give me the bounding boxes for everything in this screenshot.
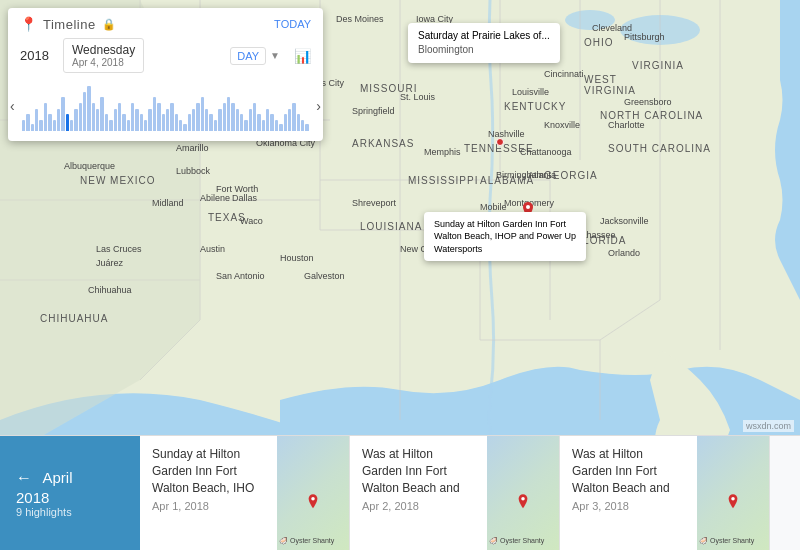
card-3-text: Was at Hilton Garden Inn Fort Walton Bea… [560,436,697,550]
card-3[interactable]: Was at Hilton Garden Inn Fort Walton Bea… [560,436,770,550]
bar-44[interactable] [214,120,217,131]
map-label-chattanooga: Chattanooga [520,147,572,157]
bar-53[interactable] [253,103,256,131]
bar-57[interactable] [270,114,273,131]
timeline-header: 📍 Timeline 🔒 TODAY [20,16,311,32]
bar-51[interactable] [244,120,247,131]
bar-32[interactable] [162,114,165,131]
bar-56[interactable] [266,109,269,132]
bar-7[interactable] [53,120,56,131]
map-label-atlanta: Atlanta [528,170,556,180]
bar-1[interactable] [26,114,29,131]
map-label-alabama: ALABAMA [480,175,534,186]
bar-34[interactable] [170,103,173,131]
svg-point-27 [521,497,525,501]
chart-toggle-icon[interactable]: 📊 [294,48,311,64]
timeline-controls: 2018 Wednesday Apr 4, 2018 DAY ▼ 📊 [20,38,311,73]
bar-54[interactable] [257,114,260,131]
bar-30[interactable] [153,97,156,131]
bar-55[interactable] [262,120,265,131]
today-button[interactable]: TODAY [274,18,311,30]
date-tooltip: Wednesday Apr 4, 2018 [63,38,144,73]
year-display: 2018 [20,48,55,63]
bar-52[interactable] [249,109,252,132]
bar-50[interactable] [240,114,243,131]
bar-0[interactable] [22,120,25,131]
map-label-cleveland: Cleveland [592,23,632,33]
map-label-georgia: GEORGIA [544,170,598,181]
bar-45[interactable] [218,109,221,132]
map-label-memphis: Memphis [424,147,461,157]
bar-18[interactable] [100,97,103,131]
map-label-missouri: MISSOURI [360,83,417,94]
bar-17[interactable] [96,109,99,132]
bar-39[interactable] [192,109,195,132]
bar-64[interactable] [301,120,304,131]
bar-38[interactable] [188,114,191,131]
bar-21[interactable] [114,109,117,132]
bar-4[interactable] [39,120,42,131]
bar-3[interactable] [35,109,38,132]
highlights-count: 9 highlights [16,506,124,518]
bar-28[interactable] [144,120,147,131]
bar-46[interactable] [223,103,226,131]
bar-49[interactable] [236,109,239,132]
map-label-jacksonville: Jacksonville [600,216,649,226]
bar-29[interactable] [148,109,151,132]
bar-24[interactable] [127,120,130,131]
bar-35[interactable] [175,114,178,131]
bar-60[interactable] [284,114,287,131]
bar-9[interactable] [61,97,64,131]
bar-36[interactable] [179,120,182,131]
bar-6[interactable] [48,114,51,131]
bar-40[interactable] [196,103,199,131]
card-1[interactable]: Sunday at Hilton Garden Inn Fort Walton … [140,436,350,550]
bar-10[interactable] [66,114,69,131]
map-label-sc: SOUTH CAROLINA [608,143,711,154]
map-label-ohio: OHIO [584,37,614,48]
bar-47[interactable] [227,97,230,131]
bar-22[interactable] [118,103,121,131]
bar-14[interactable] [83,92,86,131]
bar-20[interactable] [109,120,112,131]
chart-nav-right[interactable]: › [316,98,321,114]
bar-11[interactable] [70,120,73,131]
map-label-juarez: Juárez [96,258,123,268]
day-button[interactable]: DAY [230,47,266,65]
bar-42[interactable] [205,109,208,132]
bar-33[interactable] [166,109,169,132]
bar-63[interactable] [297,114,300,131]
map-label-westvirginia: WESTVIRGINIA [584,74,636,96]
bar-23[interactable] [122,114,125,131]
bar-5[interactable] [44,103,47,131]
bar-58[interactable] [275,120,278,131]
map-label-louisiana: LOUISIANA [360,221,422,232]
bar-62[interactable] [292,103,295,131]
bar-31[interactable] [157,103,160,131]
bar-13[interactable] [79,103,82,131]
bar-41[interactable] [201,97,204,131]
bar-48[interactable] [231,103,234,131]
bar-2[interactable] [31,124,34,131]
prev-month-arrow[interactable]: ← [16,469,32,487]
bar-43[interactable] [209,114,212,131]
card-3-map-thumb: 🦪 Oyster Shanty [697,436,769,550]
bar-65[interactable] [305,124,308,131]
bar-26[interactable] [135,109,138,132]
bar-8[interactable] [57,109,60,132]
timeline-title: Timeline [43,17,96,32]
card-2[interactable]: Was at Hilton Garden Inn Fort Walton Bea… [350,436,560,550]
bar-37[interactable] [183,124,186,131]
map-label-austin: Austin [200,244,225,254]
bar-25[interactable] [131,103,134,131]
bar-16[interactable] [92,103,95,131]
bar-59[interactable] [279,124,282,131]
card-1-thumb-marker [306,494,320,516]
bar-27[interactable] [140,114,143,131]
bar-15[interactable] [87,86,90,131]
bar-19[interactable] [105,114,108,131]
bar-12[interactable] [74,109,77,132]
chart-nav-left[interactable]: ‹ [10,98,15,114]
bar-61[interactable] [288,109,291,132]
card-1-text: Sunday at Hilton Garden Inn Fort Walton … [140,436,277,550]
